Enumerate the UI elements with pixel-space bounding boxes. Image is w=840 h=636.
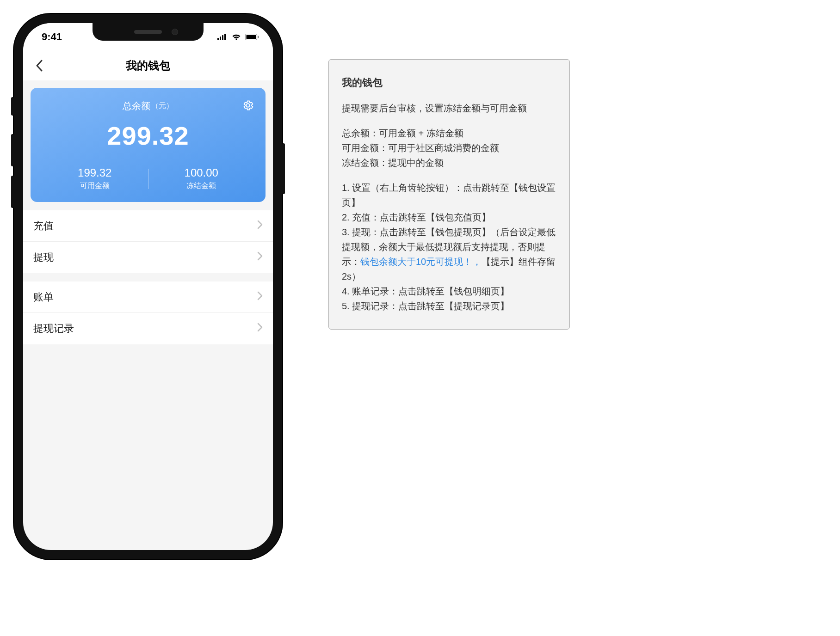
chevron-right-icon: [257, 291, 263, 303]
status-right: [217, 33, 259, 41]
phone-side-button: [11, 134, 14, 166]
row-label: 充值: [33, 219, 54, 233]
balance-unit: （元）: [151, 101, 173, 111]
settings-button[interactable]: [241, 99, 254, 112]
def-line: 总余额：可用金额 + 冻结金额: [342, 126, 556, 141]
wifi-icon: [231, 33, 241, 41]
back-button[interactable]: [32, 59, 46, 73]
def-line: 冻结金额：提现中的金额: [342, 155, 556, 170]
annotation-item: 4. 账单记录：点击跳转至【钱包明细页】: [342, 284, 556, 299]
balance-title: 总余额: [123, 100, 150, 112]
def-line: 可用金额：可用于社区商城消费的金额: [342, 141, 556, 155]
annotation-item: 2. 充值：点击跳转至【钱包充值页】: [342, 210, 556, 225]
battery-icon: [245, 34, 259, 40]
row-recharge[interactable]: 充值: [23, 210, 273, 242]
nav-bar: 我的钱包: [23, 51, 273, 80]
phone-side-button: [11, 97, 14, 116]
svg-rect-5: [247, 35, 256, 39]
phone-screen: 9:41 我的钱包 总余额 （: [23, 23, 273, 550]
frozen-value: 100.00: [148, 166, 255, 179]
annotation-item: 3. 提现：点击跳转至【钱包提现页】（后台设定最低提现额，余额大于最低提现额后支…: [342, 225, 556, 284]
annotation-intro: 提现需要后台审核，设置冻结金额与可用金额: [342, 101, 556, 116]
annotation-heading: 我的钱包: [342, 74, 556, 91]
chevron-left-icon: [36, 60, 43, 72]
svg-rect-3: [224, 34, 226, 40]
row-bill[interactable]: 账单: [23, 281, 273, 313]
status-time: 9:41: [42, 31, 62, 43]
phone-notch: [93, 23, 204, 41]
available-label: 可用金额: [42, 181, 148, 191]
annotation-item: 5. 提现记录：点击跳转至【提现记录页】: [342, 299, 556, 313]
list-group-records: 账单 提现记录: [23, 281, 273, 344]
notch-speaker: [134, 30, 162, 34]
available-value: 199.32: [42, 166, 148, 179]
svg-rect-6: [258, 36, 259, 38]
list-group-actions: 充值 提现: [23, 210, 273, 273]
annotation-panel: 我的钱包 提现需要后台审核，设置冻结金额与可用金额 总余额：可用金额 + 冻结金…: [328, 59, 570, 330]
balance-amount: 299.32: [42, 121, 254, 151]
annotation-list: 1. 设置（右上角齿轮按钮）：点击跳转至【钱包设置页】 2. 充值：点击跳转至【…: [342, 180, 556, 313]
gear-icon: [242, 99, 254, 111]
annotation-defs: 总余额：可用金额 + 冻结金额 可用金额：可用于社区商城消费的金额 冻结金额：提…: [342, 126, 556, 170]
annotation-item: 1. 设置（右上角齿轮按钮）：点击跳转至【钱包设置页】: [342, 180, 556, 210]
available-balance: 199.32 可用金额: [42, 166, 148, 191]
row-withdraw[interactable]: 提现: [23, 242, 273, 273]
svg-rect-2: [222, 35, 223, 40]
signal-icon: [217, 34, 228, 40]
page-title: 我的钱包: [23, 58, 273, 73]
frozen-balance: 100.00 冻结金额: [148, 166, 255, 191]
phone-side-button: [11, 176, 14, 208]
balance-card: 总余额 （元） 299.32 199.32 可用金额 100.00: [31, 88, 266, 202]
chevron-right-icon: [257, 251, 263, 263]
row-label: 账单: [33, 290, 54, 304]
svg-rect-1: [220, 37, 221, 40]
frozen-label: 冻结金额: [148, 181, 255, 191]
notch-camera: [172, 29, 178, 35]
chevron-right-icon: [257, 323, 263, 335]
row-withdraw-record[interactable]: 提现记录: [23, 313, 273, 344]
phone-frame: 9:41 我的钱包 总余额 （: [14, 14, 282, 559]
tip-link: 钱包余额大于10元可提现！，: [360, 257, 482, 267]
svg-rect-0: [217, 38, 219, 40]
chevron-right-icon: [257, 220, 263, 232]
row-label: 提现记录: [33, 322, 74, 336]
row-label: 提现: [33, 251, 54, 264]
phone-side-button: [282, 143, 285, 194]
